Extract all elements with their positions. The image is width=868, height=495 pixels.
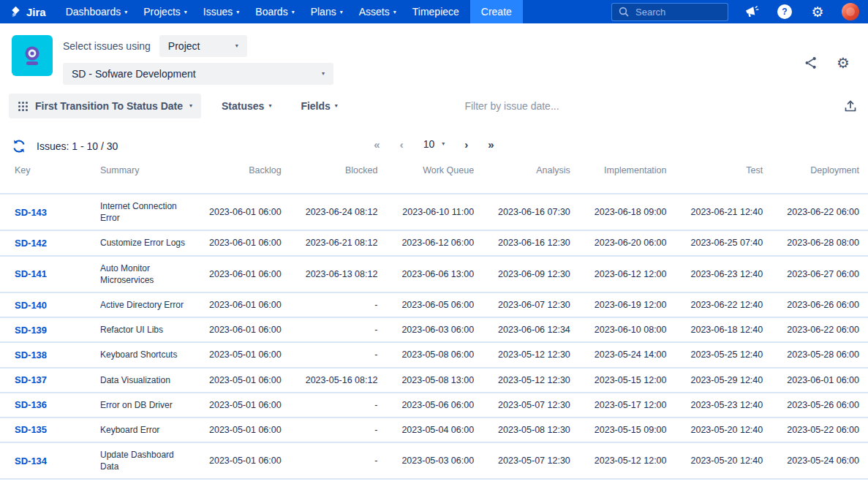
chevron-down-icon: ▾ [442,141,445,147]
issues-table: KeySummaryBacklogBlockedWork QueueAnalys… [0,161,868,480]
user-avatar[interactable] [842,3,859,20]
chevron-down-icon: ▾ [124,10,127,15]
nav-item-dashboards[interactable]: Dashboards▾ [58,0,136,23]
question-mark-glyph: ? [777,4,792,19]
date-cell: 2023-06-01 06:00 [771,368,868,393]
summary-cell: Auto Monitor Microservices [100,256,194,292]
summary-cell: Data Visualization [100,368,194,393]
date-cell: 2023-05-12 12:30 [483,342,579,367]
pager: « ‹ 10 ▾ › » [374,138,494,150]
issues-pagination-row: Issues: 1 - 10 / 30 « ‹ 10 ▾ › » [0,126,868,161]
nav-item-label: Dashboards [66,6,121,18]
issue-key-link[interactable]: SD-134 [15,456,47,466]
issue-key-link[interactable]: SD-142 [15,238,47,249]
table-row: SD-140Active Directory Error2023-06-01 0… [0,292,868,317]
export-icon[interactable] [842,97,859,115]
key-cell: SD-142 [0,230,100,255]
gadget-actions: ⚙ [802,35,856,72]
settings-icon[interactable]: ⚙ [809,3,826,20]
issue-key-link[interactable]: SD-137 [15,374,47,385]
table-row: SD-139Refactor UI Libs2023-06-01 06:00-2… [0,317,868,342]
issue-key-link[interactable]: SD-136 [15,399,47,410]
date-cell: 2023-06-26 06:00 [771,292,868,317]
announcement-icon[interactable] [743,3,761,20]
search-input[interactable] [634,6,714,18]
key-cell: SD-143 [0,194,100,230]
key-cell: SD-135 [0,417,100,442]
gear-glyph: ⚙ [811,5,823,19]
key-cell: SD-140 [0,292,100,317]
summary-cell: Update Dashboard Data [100,442,194,479]
date-cell: 2023-05-06 06:00 [386,393,483,417]
date-cell: 2023-06-10 08:00 [579,317,676,342]
date-cell: 2023-05-08 06:00 [386,342,483,367]
date-cell: 2023-06-27 06:00 [771,256,868,292]
date-cell: 2023-06-22 12:40 [676,292,772,317]
nav-item-projects[interactable]: Projects▾ [135,0,195,23]
date-cell: 2023-05-15 12:00 [579,368,676,393]
date-cell: 2023-05-20 12:40 [676,417,772,442]
date-filter-input[interactable]: Filter by issue date... [464,100,559,112]
date-cell: 2023-05-12 12:00 [579,442,676,479]
date-cell: 2023-05-07 12:30 [483,393,579,417]
first-page-button[interactable]: « [374,138,380,149]
date-cell: 2023-05-25 12:40 [676,342,772,367]
date-cell: 2023-06-06 13:00 [386,256,483,292]
date-cell: 2023-05-29 12:40 [676,368,772,393]
date-cell: 2023-06-16 07:30 [483,194,579,230]
help-icon[interactable]: ? [776,3,793,20]
key-cell: SD-136 [0,393,100,417]
search-icon [618,6,630,18]
fields-button[interactable]: Fields ▾ [301,100,337,112]
date-cell: - [290,317,387,342]
jira-logo-icon [9,5,23,19]
date-cell: 2023-05-08 12:30 [483,417,579,442]
issue-source-value: Project [168,40,200,52]
table-row: SD-135Keyboard Error2023-05-01 06:00-202… [0,417,868,442]
issue-key-link[interactable]: SD-139 [15,325,47,336]
issue-key-link[interactable]: SD-140 [15,300,47,311]
date-cell: 2023-05-01 06:00 [194,342,290,367]
date-cell: 2023-05-23 12:40 [676,393,772,417]
issue-key-link[interactable]: SD-135 [15,424,47,435]
key-cell: SD-138 [0,342,100,367]
statuses-button[interactable]: Statuses ▾ [222,100,271,112]
issue-key-link[interactable]: SD-138 [15,349,47,360]
issue-key-link[interactable]: SD-141 [15,268,47,279]
refresh-icon[interactable] [10,137,28,155]
create-button[interactable]: Create [470,0,523,23]
issue-key-link[interactable]: SD-143 [15,207,47,218]
prev-page-button[interactable]: ‹ [400,138,404,149]
date-cell: 2023-05-01 06:00 [194,368,290,393]
search-box [611,3,728,21]
field-selector-button[interactable]: First Transition To Status Date ▾ [9,94,201,118]
page-size-select[interactable]: 10 ▾ [423,138,445,150]
gadget-app-icon [12,35,53,76]
nav-item-issues[interactable]: Issues▾ [195,0,247,23]
column-header-work-queue: Work Queue [386,161,483,194]
summary-cell: Error on DB Driver [100,393,194,417]
date-cell: 2023-06-01 06:00 [194,230,290,255]
last-page-button[interactable]: » [488,138,494,149]
date-cell: 2023-06-01 06:00 [194,256,290,292]
nav-item-assets[interactable]: Assets▾ [351,0,404,23]
share-icon[interactable] [802,54,820,72]
issue-source-select[interactable]: Project ▾ [159,35,247,57]
summary-cell: Refactor UI Libs [100,317,194,342]
key-cell: SD-139 [0,317,100,342]
jira-home-link[interactable]: Jira [9,5,46,19]
nav-item-boards[interactable]: Boards▾ [247,0,302,23]
nav-item-label: Issues [203,6,233,18]
project-select[interactable]: SD - Sofware Development ▾ [63,63,333,85]
nav-item-timepiece[interactable]: Timepiece [404,0,467,23]
date-cell: 2023-06-21 08:12 [290,230,387,255]
table-row: SD-141Auto Monitor Microservices2023-06-… [0,256,868,292]
gadget-settings-icon[interactable]: ⚙ [834,54,852,72]
nav-item-plans[interactable]: Plans▾ [303,0,351,23]
nav-item-label: Plans [311,6,336,18]
date-cell: 2023-06-07 12:30 [483,292,579,317]
date-cell: 2023-06-13 08:12 [290,256,387,292]
next-page-button[interactable]: › [464,138,468,149]
date-cell: 2023-06-23 12:40 [676,256,772,292]
date-cell: - [290,342,387,367]
